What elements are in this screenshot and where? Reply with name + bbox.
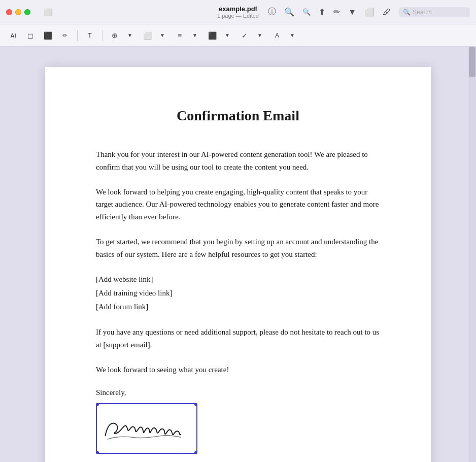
signature-image: [97, 404, 196, 453]
chevron-text2-icon[interactable]: ▼: [285, 28, 299, 43]
pdf-page: Confirmation Email Thank you for your in…: [45, 67, 431, 462]
signature-box[interactable]: [96, 403, 197, 454]
links-section: [Add website link] [Add training video l…: [96, 273, 380, 314]
highlight-icon[interactable]: 🖊: [383, 8, 391, 17]
search-placeholder: Search: [413, 9, 432, 16]
rectangle-icon[interactable]: ◻: [23, 28, 38, 43]
separator-2: [102, 30, 103, 41]
text2-group: A ▼: [270, 28, 299, 43]
paragraph-3: To get started, we recommend that you be…: [96, 236, 380, 261]
signature-icon[interactable]: ✏: [58, 28, 72, 43]
zoom-in-icon[interactable]: 🔍: [302, 8, 311, 16]
text2-icon[interactable]: A: [270, 28, 284, 43]
document-body: Thank you for your interest in our AI-po…: [96, 148, 380, 376]
subtitle-label: 1 page — Edited: [217, 13, 259, 19]
check-icon[interactable]: ✓: [237, 28, 252, 43]
sidebar-toggle-icon[interactable]: ⬜: [41, 5, 55, 19]
form-icon[interactable]: ⬜: [140, 28, 154, 43]
insert-icon[interactable]: ⊕: [108, 28, 122, 43]
share-icon[interactable]: ⬆: [319, 7, 325, 17]
search-icon: 🔍: [403, 9, 411, 16]
search-bar[interactable]: 🔍 Search: [399, 7, 470, 17]
titlebar-center: example.pdf 1 page — Edited: [217, 5, 259, 19]
scrollbar-thumb[interactable]: [469, 47, 475, 77]
handle-bottom-right[interactable]: [194, 451, 197, 454]
handle-top-right[interactable]: [194, 403, 197, 406]
text-icon[interactable]: T: [83, 28, 97, 43]
image-icon[interactable]: ⬛: [41, 28, 55, 43]
crop-icon[interactable]: ⬜: [364, 7, 375, 17]
chevron-insert-icon[interactable]: ▼: [123, 28, 137, 43]
view-icon[interactable]: ⬛: [205, 28, 219, 43]
signature-area: Sincerely,: [96, 388, 380, 454]
pencil-icon[interactable]: ✏: [333, 7, 340, 17]
titlebar: ⬜ example.pdf 1 page — Edited ⓘ 🔍 🔍 ⬆ ✏ …: [0, 0, 476, 24]
view-group: ⬛ ▼: [205, 28, 234, 43]
form-group: ⬜ ▼: [140, 28, 169, 43]
chevron-down-icon[interactable]: ▼: [348, 8, 356, 17]
document-title: Confirmation Email: [96, 108, 380, 124]
info-icon[interactable]: ⓘ: [268, 7, 276, 17]
align-icon[interactable]: ≡: [173, 28, 187, 43]
check-group: ✓ ▼: [237, 28, 267, 43]
close-button[interactable]: [6, 9, 12, 15]
minimize-button[interactable]: [15, 9, 21, 15]
maximize-button[interactable]: [24, 9, 30, 15]
link-1: [Add website link]: [96, 273, 380, 286]
toolbar: AI ◻ ⬛ ✏ T ⊕ ▼ ⬜ ▼ ≡ ▼ ⬛ ▼ ✓ ▼ A ▼: [0, 24, 476, 47]
zoom-out-icon[interactable]: 🔍: [284, 7, 294, 17]
ai-tool-icon[interactable]: AI: [6, 28, 20, 43]
chevron-align-icon[interactable]: ▼: [188, 28, 202, 43]
chevron-check-icon[interactable]: ▼: [253, 28, 267, 43]
link-2: [Add training video link]: [96, 286, 380, 300]
paragraph-4: If you have any questions or need additi…: [96, 326, 380, 351]
titlebar-left-icons: ⬜: [41, 5, 55, 19]
paragraph-1: Thank you for your interest in our AI-po…: [96, 148, 380, 174]
separator-1: [77, 30, 78, 41]
sincerely-label: Sincerely,: [96, 388, 380, 397]
link-3: [Add forum link]: [96, 300, 380, 314]
insert-group: ⊕ ▼: [108, 28, 137, 43]
scrollbar-track: [468, 47, 476, 462]
align-group: ≡ ▼: [173, 28, 202, 43]
paragraph-2: We look forward to helping you create en…: [96, 186, 380, 223]
paragraph-5: We look forward to seeing what you creat…: [96, 364, 380, 376]
chevron-view-icon[interactable]: ▼: [220, 28, 234, 43]
titlebar-right-icons: ⓘ 🔍 🔍 ⬆ ✏ ▼ ⬜ 🖊 🔍 Search: [268, 7, 470, 17]
traffic-lights: [6, 9, 30, 15]
filename-label: example.pdf: [219, 5, 257, 13]
main-area: Confirmation Email Thank you for your in…: [0, 47, 476, 462]
chevron-form-icon[interactable]: ▼: [155, 28, 169, 43]
